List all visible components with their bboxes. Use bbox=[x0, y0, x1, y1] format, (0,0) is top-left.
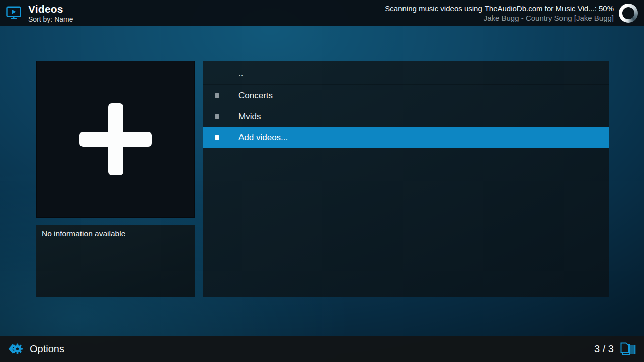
kodi-screen: Videos Sort by: Name Scanning music vide… bbox=[0, 0, 644, 362]
list-item-label: Mvids bbox=[238, 112, 261, 122]
header-title-group: Videos Sort by: Name bbox=[6, 3, 73, 23]
busy-spinner-hole bbox=[622, 7, 634, 19]
list-item[interactable]: Mvids bbox=[203, 106, 609, 127]
list-item[interactable]: Add videos... bbox=[203, 127, 609, 148]
busy-spinner-icon bbox=[619, 4, 638, 23]
info-text: No information available bbox=[42, 229, 189, 238]
bottom-bar: Options 3 / 3 bbox=[0, 336, 644, 362]
options-button[interactable]: Options bbox=[8, 341, 64, 356]
bullet-icon bbox=[215, 114, 219, 119]
list-item[interactable]: Concerts bbox=[203, 84, 609, 106]
bullet-icon bbox=[215, 93, 219, 98]
options-label: Options bbox=[30, 343, 64, 355]
list-item[interactable]: .. bbox=[203, 63, 609, 84]
page-indicator: 3 / 3 bbox=[594, 343, 614, 355]
top-bar: Videos Sort by: Name Scanning music vide… bbox=[0, 0, 644, 26]
file-list: ..ConcertsMvidsAdd videos... bbox=[203, 61, 609, 297]
list-item-label: Concerts bbox=[238, 90, 273, 101]
options-icon bbox=[8, 341, 23, 356]
videos-icon bbox=[6, 6, 21, 20]
scan-item-text: Jake Bugg - Country Song [Jake Bugg] bbox=[385, 14, 614, 22]
list-item-label: Add videos... bbox=[238, 133, 288, 143]
bullet-icon bbox=[215, 135, 219, 140]
list-item-label: .. bbox=[238, 69, 243, 79]
scan-progress-group: Scanning music videos using TheAudioDb.c… bbox=[385, 4, 638, 23]
thumbnail-panel bbox=[36, 61, 195, 218]
plus-icon bbox=[78, 102, 153, 177]
info-panel: No information available bbox=[36, 225, 195, 297]
scan-status-text: Scanning music videos using TheAudioDb.c… bbox=[385, 4, 614, 13]
page-title: Videos bbox=[28, 3, 73, 15]
sort-by-label: Sort by: Name bbox=[28, 15, 73, 23]
page-indicator-group: 3 / 3 bbox=[594, 341, 636, 356]
pages-icon bbox=[619, 341, 636, 356]
